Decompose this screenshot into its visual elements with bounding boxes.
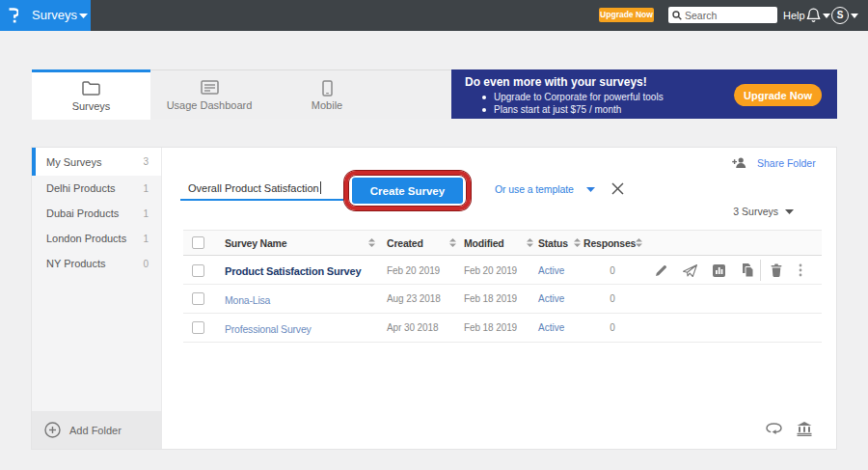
paper-plane-icon bbox=[683, 264, 697, 277]
top-bar: Surveys Upgrade Now Help S bbox=[0, 0, 868, 31]
panel-footer-icons bbox=[766, 422, 812, 436]
folder-item-my-surveys[interactable]: My Surveys 3 bbox=[32, 148, 161, 176]
column-header-created[interactable]: Created bbox=[387, 237, 464, 249]
survey-name-link[interactable]: Professional Survey bbox=[225, 323, 312, 335]
module-tabs: Surveys Usage Dashboard Mobile bbox=[32, 69, 451, 119]
status-cell: Active bbox=[538, 265, 583, 276]
folder-count: 1 bbox=[143, 183, 149, 194]
mobile-icon bbox=[268, 80, 386, 100]
surveys-table: Survey Name Created Modified Status Resp… bbox=[183, 230, 822, 343]
sort-icon[interactable] bbox=[449, 238, 456, 247]
survey-name-link[interactable]: Product Satisfaction Survey bbox=[225, 265, 361, 277]
column-header-status[interactable]: Status bbox=[538, 237, 583, 249]
copy-button[interactable] bbox=[740, 263, 755, 278]
tab-label: Surveys bbox=[32, 100, 150, 112]
sort-icon[interactable] bbox=[574, 238, 581, 247]
edit-button[interactable] bbox=[653, 263, 668, 278]
modified-cell: Feb 18 2019 bbox=[464, 322, 538, 333]
bar-chart-icon bbox=[713, 264, 725, 277]
add-folder-button[interactable]: Add Folder bbox=[32, 411, 162, 449]
plus-circle-icon bbox=[44, 422, 61, 438]
person-add-icon bbox=[732, 156, 746, 169]
search-icon bbox=[672, 11, 682, 20]
folder-label: My Surveys bbox=[46, 156, 101, 168]
account-caret-icon[interactable] bbox=[851, 14, 858, 18]
classic-view-icon[interactable] bbox=[766, 422, 782, 434]
survey-name-cell: Professional Survey bbox=[225, 319, 387, 337]
share-folder-button[interactable]: Share Folder bbox=[732, 156, 816, 169]
tab-mobile[interactable]: Mobile bbox=[268, 69, 386, 120]
folder-label: Dubai Products bbox=[46, 207, 119, 219]
chevron-down-icon bbox=[79, 14, 88, 18]
column-header-survey-name[interactable]: Survey Name bbox=[225, 237, 387, 249]
sort-icon[interactable] bbox=[636, 238, 642, 247]
folder-item-dubai-products[interactable]: Dubai Products 1 bbox=[32, 201, 161, 226]
table-row: Product Satisfaction Survey Feb 20 2019 … bbox=[183, 256, 822, 285]
folder-label: NY Products bbox=[46, 258, 106, 269]
create-survey-button[interactable]: Create Survey bbox=[352, 178, 463, 204]
row-checkbox[interactable] bbox=[192, 292, 204, 305]
table-header-row: Survey Name Created Modified Status Resp… bbox=[183, 230, 822, 256]
folder-count: 1 bbox=[143, 208, 149, 219]
notifications-bell-icon[interactable] bbox=[806, 8, 821, 23]
checkbox-cell bbox=[183, 321, 225, 334]
add-folder-label: Add Folder bbox=[69, 425, 122, 436]
sort-icon[interactable] bbox=[368, 238, 375, 247]
product-menu[interactable]: Surveys bbox=[0, 0, 91, 31]
row-checkbox[interactable] bbox=[192, 264, 204, 277]
folder-item-london-products[interactable]: London Products 1 bbox=[32, 226, 161, 251]
survey-name-cell: Product Satisfaction Survey bbox=[225, 262, 387, 279]
folders-sidebar: My Surveys 3 Delhi Products 1 Dubai Prod… bbox=[32, 148, 162, 449]
text-cursor bbox=[320, 181, 321, 194]
banner-upgrade-button[interactable]: Upgrade Now bbox=[734, 84, 822, 106]
folder-count: 3 bbox=[143, 156, 149, 167]
column-header-modified[interactable]: Modified bbox=[464, 237, 538, 249]
column-label: Survey Name bbox=[225, 237, 286, 249]
table-row: Professional Survey Apr 30 2018 Feb 18 2… bbox=[183, 314, 822, 343]
survey-name-cell: Mona-Lisa bbox=[225, 290, 387, 308]
avatar-initial: S bbox=[837, 10, 844, 20]
column-header-responses[interactable]: Responses bbox=[583, 237, 641, 249]
folder-count: 0 bbox=[143, 259, 149, 269]
delete-button[interactable] bbox=[769, 263, 784, 278]
survey-name-link[interactable]: Mona-Lisa bbox=[225, 294, 270, 306]
notifications-caret-icon[interactable] bbox=[823, 14, 830, 18]
close-icon[interactable] bbox=[611, 182, 624, 195]
surveys-panel: My Surveys 3 Delhi Products 1 Dubai Prod… bbox=[32, 148, 836, 449]
more-options-button[interactable] bbox=[793, 263, 808, 278]
row-checkbox[interactable] bbox=[192, 321, 204, 334]
survey-count-dropdown[interactable]: 3 Surveys bbox=[733, 206, 794, 217]
folder-label: London Products bbox=[46, 233, 126, 244]
created-cell: Apr 30 2018 bbox=[387, 322, 464, 333]
column-label: Modified bbox=[464, 237, 504, 249]
upgrade-now-button[interactable]: Upgrade Now bbox=[599, 8, 654, 22]
folder-icon bbox=[32, 81, 150, 99]
bank-icon[interactable] bbox=[797, 422, 812, 436]
copy-icon bbox=[742, 263, 754, 277]
help-link[interactable]: Help bbox=[783, 0, 805, 31]
tab-label: Mobile bbox=[268, 99, 386, 111]
tab-surveys[interactable]: Surveys bbox=[32, 69, 150, 120]
avatar[interactable]: S bbox=[831, 7, 849, 24]
responses-cell: 0 bbox=[583, 293, 641, 304]
survey-name-input[interactable]: Overall Product Satisfaction bbox=[180, 177, 343, 201]
vertical-dots-icon bbox=[799, 263, 802, 277]
banner-bullets: Upgrade to Corporate for powerful tools … bbox=[480, 91, 664, 116]
share-folder-label: Share Folder bbox=[757, 157, 816, 169]
send-button[interactable] bbox=[682, 263, 697, 278]
select-all-checkbox[interactable] bbox=[192, 236, 204, 249]
folder-item-delhi-products[interactable]: Delhi Products 1 bbox=[32, 176, 161, 201]
banner-bullet: Upgrade to Corporate for powerful tools bbox=[480, 91, 664, 103]
reports-button[interactable] bbox=[711, 263, 726, 278]
search-input[interactable] bbox=[685, 10, 770, 21]
banner-bullet: Plans start at just $75 / month bbox=[480, 103, 664, 116]
sort-icon[interactable] bbox=[527, 238, 533, 247]
use-template-dropdown[interactable]: Or use a template bbox=[495, 183, 595, 195]
folder-content: Share Folder Overall Product Satisfactio… bbox=[162, 148, 836, 449]
status-cell: Active bbox=[538, 293, 583, 304]
tab-usage-dashboard[interactable]: Usage Dashboard bbox=[150, 69, 268, 120]
folder-label: Delhi Products bbox=[46, 182, 116, 194]
dashboard-icon bbox=[150, 80, 268, 98]
survey-count-label: 3 Surveys bbox=[733, 206, 778, 217]
folder-item-ny-products[interactable]: NY Products 0 bbox=[32, 251, 161, 276]
